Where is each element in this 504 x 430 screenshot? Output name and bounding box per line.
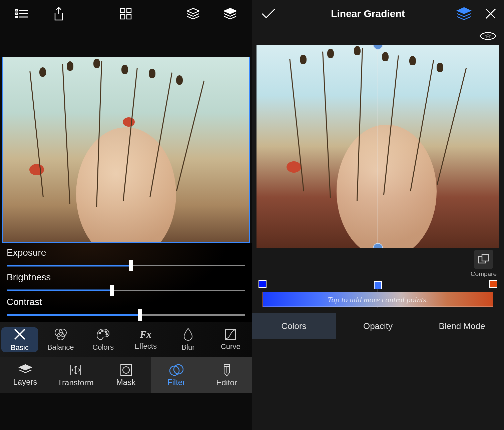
gradient-control[interactable]: Tap to add more control points. xyxy=(257,279,499,307)
svg-point-33 xyxy=(488,36,489,37)
brightness-label: Brightness xyxy=(7,272,245,283)
gradient-editor-pane: Linear Gradient xyxy=(252,0,504,430)
nav-layers[interactable]: Layers xyxy=(0,357,50,393)
nav-filter[interactable]: Filter xyxy=(151,357,201,393)
brightness-slider[interactable]: Brightness xyxy=(7,272,245,295)
gradient-canvas[interactable] xyxy=(257,45,499,248)
nav-mask[interactable]: Mask xyxy=(101,357,151,393)
gradient-line[interactable] xyxy=(378,45,378,248)
svg-rect-2 xyxy=(16,13,18,14)
gradient-stop-2[interactable] xyxy=(374,281,382,289)
svg-point-29 xyxy=(488,34,489,35)
category-label: Blur xyxy=(181,343,194,352)
nav-label: Editor xyxy=(216,378,237,387)
close-button[interactable] xyxy=(477,8,504,20)
svg-rect-8 xyxy=(120,15,125,19)
exposure-label: Exposure xyxy=(7,247,245,258)
category-label: Colors xyxy=(92,343,114,352)
svg-point-15 xyxy=(99,332,101,334)
svg-point-31 xyxy=(486,37,487,38)
filter-category-row: Basic Balance Colors Fx Effects Blur Cur… xyxy=(0,322,252,357)
category-label: Basic xyxy=(11,343,29,352)
svg-point-30 xyxy=(490,35,491,36)
eye-icon[interactable] xyxy=(479,31,497,41)
contrast-slider[interactable]: Contrast xyxy=(7,297,245,319)
layers-icon[interactable] xyxy=(451,7,477,20)
svg-rect-9 xyxy=(127,15,131,19)
compare-label: Compare xyxy=(471,270,497,278)
svg-point-18 xyxy=(106,334,108,335)
layer-fill-icon[interactable] xyxy=(220,4,240,24)
page-title: Linear Gradient xyxy=(285,8,451,19)
exposure-slider[interactable]: Exposure xyxy=(7,247,245,270)
category-effects[interactable]: Fx Effects xyxy=(124,329,167,351)
gradient-handle-top[interactable] xyxy=(373,45,383,50)
compare-button[interactable]: Compare xyxy=(471,250,497,278)
svg-rect-21 xyxy=(121,365,131,375)
share-icon[interactable] xyxy=(49,4,69,24)
confirm-button[interactable] xyxy=(252,8,285,20)
svg-rect-0 xyxy=(16,10,18,11)
category-colors[interactable]: Colors xyxy=(82,328,124,352)
category-curve[interactable]: Curve xyxy=(209,328,252,351)
grid-icon[interactable] xyxy=(116,4,136,24)
compare-row: Compare xyxy=(252,248,504,279)
nav-editor[interactable]: Editor xyxy=(201,357,252,393)
gradient-stop-3[interactable] xyxy=(489,280,497,288)
top-toolbar xyxy=(0,0,252,27)
tab-blend-mode[interactable]: Blend Mode xyxy=(420,313,504,339)
svg-point-32 xyxy=(489,37,490,38)
compare-icon xyxy=(474,250,493,269)
gradient-tabs: Colors Opacity Blend Mode xyxy=(252,313,504,339)
tab-opacity[interactable]: Opacity xyxy=(336,313,420,339)
nav-label: Mask xyxy=(116,378,135,387)
sliders-panel: Exposure Brightness Contrast xyxy=(0,243,252,322)
category-label: Balance xyxy=(47,343,74,352)
svg-point-28 xyxy=(486,35,487,36)
gradient-stop-1[interactable] xyxy=(259,280,267,288)
category-label: Curve xyxy=(221,342,240,351)
gradient-toolbar: Linear Gradient xyxy=(252,0,504,27)
category-label: Effects xyxy=(134,342,157,351)
visibility-row xyxy=(252,27,504,45)
svg-rect-4 xyxy=(16,16,18,18)
bottom-nav: Layers Transform Mask Filter Editor xyxy=(0,357,252,393)
category-balance[interactable]: Balance xyxy=(39,328,82,352)
category-blur[interactable]: Blur xyxy=(167,328,209,352)
nav-label: Transform xyxy=(57,378,93,387)
layer-outline-icon[interactable] xyxy=(183,4,203,24)
svg-rect-7 xyxy=(127,8,131,13)
nav-label: Filter xyxy=(167,378,185,387)
category-basic[interactable]: Basic xyxy=(1,327,38,352)
svg-point-22 xyxy=(123,367,129,373)
tab-colors[interactable]: Colors xyxy=(252,313,336,339)
gradient-tip: Tap to add more control points. xyxy=(257,295,499,304)
svg-point-17 xyxy=(105,331,107,333)
svg-point-16 xyxy=(102,330,103,332)
spacer xyxy=(0,27,252,57)
nav-transform[interactable]: Transform xyxy=(50,357,101,393)
list-icon[interactable] xyxy=(12,4,32,24)
svg-rect-6 xyxy=(120,8,125,13)
contrast-label: Contrast xyxy=(7,297,245,307)
svg-rect-35 xyxy=(482,254,489,261)
filter-editor-pane: Exposure Brightness Contrast Basic Balan… xyxy=(0,0,252,430)
image-canvas[interactable] xyxy=(2,57,250,243)
nav-label: Layers xyxy=(13,377,37,387)
